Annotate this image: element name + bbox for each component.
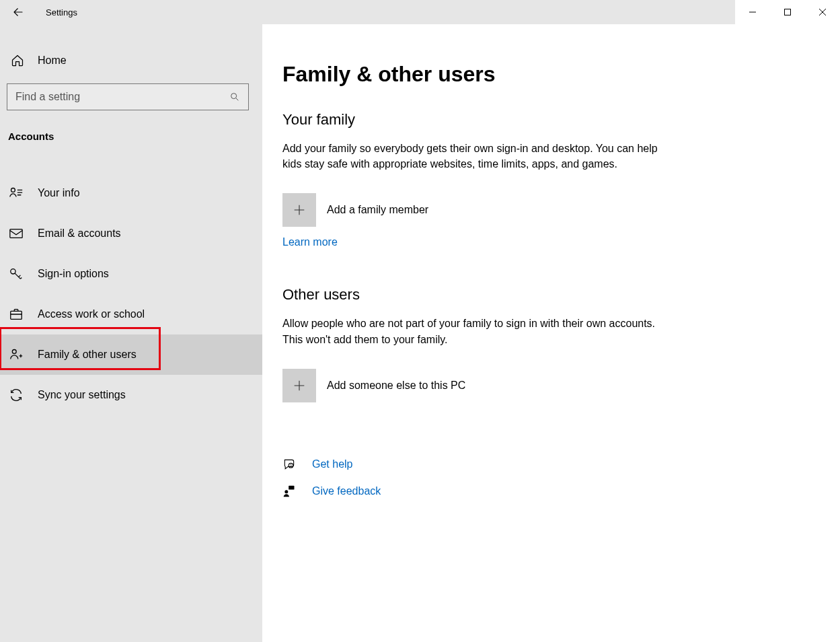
key-icon	[8, 266, 24, 281]
minimize-button[interactable]	[735, 0, 770, 24]
other-users-heading: Other users	[282, 286, 820, 304]
svg-rect-3	[10, 229, 22, 238]
plus-icon	[282, 369, 316, 402]
sidebar-item-label: Family & other users	[38, 349, 137, 361]
mail-icon	[8, 226, 24, 241]
svg-rect-0	[785, 9, 791, 15]
maximize-icon	[784, 8, 792, 16]
sidebar-item-label: Sign-in options	[38, 268, 109, 280]
titlebar: Settings	[0, 0, 840, 24]
person-list-icon	[8, 186, 24, 201]
close-button[interactable]	[805, 0, 840, 24]
svg-text:?: ?	[290, 464, 292, 468]
sidebar-home[interactable]: Home	[0, 44, 262, 77]
get-help-label: Get help	[312, 458, 352, 470]
briefcase-icon	[8, 307, 24, 322]
sidebar-item-your-info[interactable]: Your info	[0, 173, 262, 213]
your-family-description: Add your family so everybody gets their …	[282, 141, 659, 172]
home-icon	[11, 54, 24, 67]
search-placeholder: Find a setting	[15, 91, 229, 103]
sidebar-item-email-accounts[interactable]: Email & accounts	[0, 213, 262, 254]
sidebar-section-label: Accounts	[0, 122, 262, 153]
feedback-person-icon	[282, 485, 296, 498]
minimize-icon	[749, 8, 757, 16]
svg-point-6	[12, 349, 16, 353]
search-input[interactable]: Find a setting	[7, 83, 249, 110]
close-icon	[818, 8, 827, 16]
give-feedback-link[interactable]: Give feedback	[282, 479, 820, 503]
learn-more-link[interactable]: Learn more	[282, 236, 820, 248]
search-icon	[229, 92, 240, 102]
add-family-member-label: Add a family member	[327, 204, 428, 216]
people-plus-icon	[8, 347, 24, 362]
give-feedback-label: Give feedback	[312, 485, 381, 497]
your-family-heading: Your family	[282, 111, 820, 129]
sidebar-home-label: Home	[38, 55, 67, 67]
svg-point-1	[231, 94, 237, 99]
add-other-user-label: Add someone else to this PC	[327, 380, 465, 392]
chat-question-icon: ?	[282, 458, 296, 471]
back-arrow-icon	[12, 6, 24, 18]
sidebar-item-family-other-users[interactable]: Family & other users	[0, 334, 262, 375]
svg-point-2	[11, 188, 15, 192]
page-title: Family & other users	[282, 62, 820, 87]
svg-rect-9	[289, 485, 294, 489]
sidebar-item-sign-in-options[interactable]: Sign-in options	[0, 254, 262, 294]
svg-point-10	[284, 490, 288, 493]
sidebar-item-label: Access work or school	[38, 308, 145, 320]
sidebar: Home Find a setting Accounts Your info	[0, 24, 262, 642]
sidebar-item-access-work-school[interactable]: Access work or school	[0, 294, 262, 334]
back-button[interactable]	[12, 6, 30, 18]
svg-point-4	[11, 269, 15, 274]
other-users-description: Allow people who are not part of your fa…	[282, 316, 659, 347]
main-content: Family & other users Your family Add you…	[262, 24, 840, 642]
svg-rect-5	[11, 311, 22, 319]
add-family-member-button[interactable]: Add a family member	[282, 193, 820, 227]
plus-icon	[282, 193, 316, 227]
sidebar-item-label: Email & accounts	[38, 227, 121, 240]
sidebar-item-label: Your info	[38, 187, 80, 199]
window-title: Settings	[46, 7, 77, 17]
maximize-button[interactable]	[770, 0, 805, 24]
sync-icon	[8, 388, 24, 402]
get-help-link[interactable]: ? Get help	[282, 452, 820, 476]
add-other-user-button[interactable]: Add someone else to this PC	[282, 369, 820, 402]
sidebar-item-label: Sync your settings	[38, 389, 126, 401]
sidebar-item-sync-settings[interactable]: Sync your settings	[0, 375, 262, 415]
